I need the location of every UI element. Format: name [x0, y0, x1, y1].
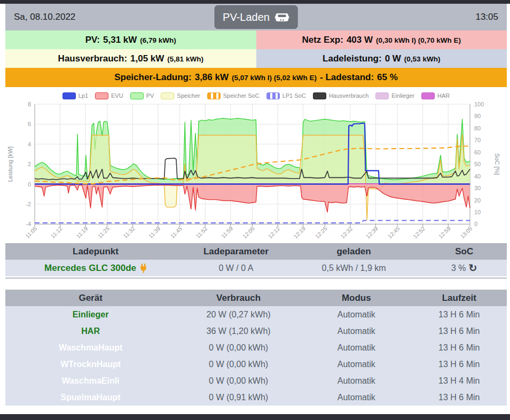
x-tick-label: 12:59	[437, 225, 452, 239]
legend-label: Einlieger	[391, 92, 414, 99]
x-tick-label: 11:45	[169, 225, 184, 239]
status-haus-detail: (5,81 kWh)	[167, 50, 203, 68]
x-tick-label: 11:39	[147, 225, 162, 239]
x-tick-label: 13:05	[459, 225, 473, 239]
y-left-label: -2	[26, 201, 31, 207]
legend-item-lp1-soc[interactable]: LP1 SoC	[266, 92, 306, 99]
legend-item-speicher[interactable]: Speicher	[161, 92, 200, 99]
device-verbrauch: 0 W (0,00 kWh)	[176, 360, 301, 369]
status-tiles: PV: 5,31 kW (6,79 kWh) Netz Exp: 403 W (…	[5, 30, 507, 87]
device-row-spuelmahaupt[interactable]: SpuelmaHaupt0 W (0,91 kWh)Automatik13 H …	[5, 389, 507, 406]
device-laufzeit: 13 H 4 Min	[412, 376, 507, 386]
device-name: Einlieger	[5, 310, 176, 320]
status-speicher: Speicher-Ladung: 3,86 kW (5,07 kWh I) (5…	[5, 68, 507, 87]
device-laufzeit: 13 H 6 Min	[412, 326, 507, 336]
power-chart: 11:0511:1211:1911:2511:3211:3911:4511:52…	[5, 101, 507, 241]
legend-swatch	[266, 92, 280, 99]
status-lade-value: 0 W	[385, 49, 401, 68]
device-verbrauch: 20 W (0,27 kWh)	[176, 310, 301, 320]
status-ladestand-label: - Ladestand:	[320, 68, 374, 87]
x-tick-label: 11:12	[49, 225, 64, 239]
status-netz-value: 403 W	[347, 30, 373, 49]
charge-mode-label: PV-Laden	[223, 11, 270, 24]
x-tick-label: 12:12	[266, 225, 281, 239]
y-right-label: 30	[474, 185, 481, 191]
status-netz: Netz Exp: 403 W (0,30 kWh I) (0,70 kWh E…	[256, 30, 507, 49]
y-left-label: 0	[28, 181, 31, 188]
device-modus: Automatik	[301, 393, 412, 402]
status-speicher-label: Speicher-Ladung:	[114, 68, 192, 87]
x-tick-label: 11:25	[97, 225, 111, 239]
device-modus: Automatik	[301, 376, 412, 386]
legend-item-evu[interactable]: EVU	[95, 92, 123, 99]
device-verbrauch: 0 W (0,91 kWh)	[176, 393, 301, 402]
legend-label: HAR	[437, 92, 450, 99]
legend-item-einlieger[interactable]: Einlieger	[375, 92, 414, 99]
x-tick-label: 12:52	[412, 225, 426, 239]
legend-item-hausverbrauch[interactable]: Hausverbrauch	[313, 92, 369, 99]
legend-item-lp1[interactable]: Lp1	[62, 92, 88, 99]
status-pv: PV: 5,31 kW (6,79 kWh)	[5, 30, 256, 49]
y-right-label: 10	[474, 209, 481, 215]
status-ladestand-value: 65 %	[377, 68, 398, 87]
device-row-waschmahaupt[interactable]: WaschmaHaupt0 W (0,00 kWh)Automatik13 H …	[5, 339, 507, 356]
device-modus: Automatik	[301, 310, 412, 320]
vehicle-soc-value: 3 %	[451, 263, 466, 273]
table-bottom-edge	[5, 277, 507, 279]
device-name: WaschmaHaupt	[5, 343, 176, 353]
device-row-har[interactable]: HAR36 W (1,20 kWh)Automatik13 H 6 Min	[5, 323, 507, 339]
vehicle-name: Mercedes GLC 300de	[44, 263, 136, 274]
device-row-wtrocknhaupt[interactable]: WTrocknHaupt0 W (0,00 kWh)Automatik13 H …	[5, 356, 507, 372]
y-right-label: 60	[474, 149, 481, 155]
power-chart-card: Lp1EVUPVSpeicherSpeicher SoCLP1 SoCHausv…	[5, 90, 507, 241]
col-geraet: Gerät	[5, 293, 176, 304]
x-tick-label: 11:19	[75, 225, 89, 239]
col-modus: Modus	[301, 293, 412, 304]
device-laufzeit: 13 H 6 Min	[412, 393, 507, 402]
device-modus: Automatik	[301, 326, 412, 336]
car-icon	[275, 12, 289, 22]
legend-swatch	[375, 92, 389, 99]
status-lade-label: Ladeleistung:	[323, 49, 382, 68]
y-right-label: 90	[474, 113, 481, 119]
legend-label: EVU	[111, 92, 123, 99]
ladepunkt-table-header: Ladepunkt Ladeparameter geladen SoC	[5, 243, 507, 260]
y-left-label: 6	[28, 121, 31, 127]
vehicle-name-cell[interactable]: Mercedes GLC 300de	[5, 263, 186, 274]
col-laufzeit: Laufzeit	[412, 293, 507, 304]
legend-item-pv[interactable]: PV	[130, 92, 154, 99]
y-right-axis-title: SoC [%]	[494, 153, 500, 175]
status-netz-label: Netz Exp:	[302, 30, 343, 49]
y-right-label: 100	[474, 101, 484, 107]
legend-swatch	[161, 92, 174, 99]
status-hausverbrauch: Hausverbrauch: 1,05 kW (5,81 kWh)	[5, 49, 256, 68]
vehicle-soc-cell: 3 % ↻	[421, 263, 507, 273]
device-row-einlieger[interactable]: Einlieger20 W (0,27 kWh)Automatik13 H 6 …	[5, 306, 507, 323]
col-ladepunkt: Ladepunkt	[5, 246, 186, 257]
col-geladen: geladen	[286, 246, 422, 257]
header-time: 13:05	[475, 12, 498, 22]
x-tick-label: 12:05	[241, 225, 256, 239]
legend-label: Speicher	[177, 92, 200, 99]
status-haus-value: 1,05 kW	[130, 49, 164, 68]
ladepunkt-row[interactable]: Mercedes GLC 300de 0 W / 0 A 0,5 kWh / 1…	[5, 260, 507, 276]
y-left-label: 2	[28, 161, 31, 167]
legend-label: Speicher SoC	[223, 92, 260, 99]
x-tick-label: 12:25	[314, 225, 328, 239]
x-tick-label: 12:32	[339, 225, 354, 239]
refresh-soc-icon[interactable]: ↻	[468, 263, 477, 273]
device-verbrauch: 36 W (1,20 kWh)	[176, 326, 301, 336]
device-laufzeit: 13 H 6 Min	[412, 310, 507, 320]
legend-item-speicher-soc[interactable]: Speicher SoC	[207, 92, 260, 99]
status-ladeleistung: Ladeleistung: 0 W (0,53 kWh)	[256, 49, 507, 68]
y-right-label: 20	[474, 197, 481, 204]
header-date: Sa, 08.10.2022	[14, 12, 75, 22]
header-bar: Sa, 08.10.2022 PV-Laden 13:05	[5, 4, 507, 30]
status-pv-detail: (6,79 kWh)	[140, 31, 176, 50]
device-modus: Automatik	[301, 343, 412, 353]
device-row-waschmaeinli[interactable]: WaschmaEinli0 W (0,00 kWh)Automatik13 H …	[5, 372, 507, 389]
legend-item-har[interactable]: HAR	[421, 92, 450, 99]
legend-swatch	[421, 92, 435, 99]
charge-mode-button[interactable]: PV-Laden	[214, 5, 298, 29]
y-left-axis-title: Leistung [kW]	[7, 146, 13, 182]
